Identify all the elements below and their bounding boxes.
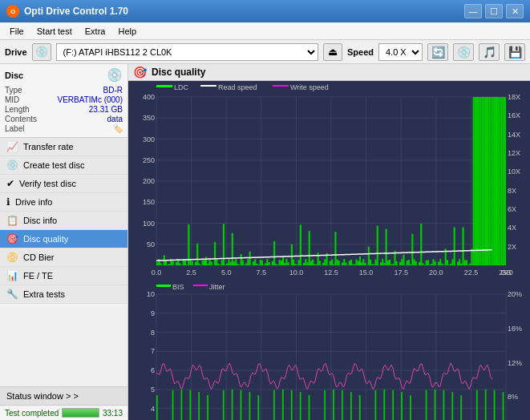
nav-cd-bier-label: CD Bier xyxy=(23,252,55,262)
status-text: Test completed xyxy=(5,409,59,418)
progress-bar xyxy=(62,408,99,418)
minimize-button[interactable]: — xyxy=(464,4,482,18)
cd-bier-icon: 📀 xyxy=(6,252,18,263)
charts-container xyxy=(128,81,530,420)
menu-help[interactable]: Help xyxy=(111,25,143,38)
eject-button[interactable]: ⏏ xyxy=(323,43,342,61)
ldc-chart xyxy=(128,81,530,281)
create-test-disc-icon: 💿 xyxy=(6,160,18,171)
disc-button[interactable]: 💿 xyxy=(453,43,474,61)
nav-cd-bier[interactable]: 📀 CD Bier xyxy=(0,248,127,267)
close-button[interactable]: ✕ xyxy=(506,4,524,18)
nav-disc-info-label: Disc info xyxy=(23,216,57,225)
disc-length-row: Length 23.31 GB xyxy=(5,105,123,114)
disc-type-value: BD-R xyxy=(103,86,123,95)
dq-header: 🎯 Disc quality xyxy=(128,64,530,81)
save-button[interactable]: 💾 xyxy=(504,43,525,61)
menu-extra[interactable]: Extra xyxy=(79,25,112,38)
nav-extra-tests-label: Extra tests xyxy=(23,289,65,299)
fe-te-icon: 📊 xyxy=(6,270,18,281)
nav-transfer-rate[interactable]: 📈 Transfer rate xyxy=(0,138,127,156)
extra-tests-icon: 🔧 xyxy=(6,289,18,300)
status-window-label: Status window > > xyxy=(6,391,79,401)
status-complete: Test completed 33:13 xyxy=(0,406,127,420)
app-title: Opti Drive Control 1.70 xyxy=(24,6,128,17)
title-bar: O Opti Drive Control 1.70 — ☐ ✕ xyxy=(0,0,530,22)
speed-select[interactable]: 4.0 X xyxy=(378,43,423,61)
drive-icon: 💿 xyxy=(32,43,51,61)
dq-icon: 🎯 xyxy=(133,66,147,79)
dq-title: Disc quality xyxy=(152,67,205,78)
rip-button[interactable]: 🎵 xyxy=(479,43,500,61)
nav-extra-tests[interactable]: 🔧 Extra tests xyxy=(0,285,127,304)
disc-mid-value: VERBATIMc (000) xyxy=(58,95,123,104)
disc-contents-value: data xyxy=(107,115,123,123)
disc-length-label: Length xyxy=(5,105,30,114)
main-layout: Disc 💿 Type BD-R MID VERBATIMc (000) Len… xyxy=(0,64,530,420)
speed-label: Speed xyxy=(347,47,374,57)
nav-fe-te[interactable]: 📊 FE / TE xyxy=(0,267,127,285)
nav-drive-info[interactable]: ℹ Drive info xyxy=(0,193,127,212)
disc-label-label: Label xyxy=(5,124,24,133)
disc-icon: 💿 xyxy=(107,67,123,83)
menu-start-test[interactable]: Start test xyxy=(30,25,79,38)
app-icon: O xyxy=(6,5,19,18)
disc-quality-icon: 🎯 xyxy=(6,233,18,244)
status-time: 33:13 xyxy=(103,409,123,418)
nav-disc-info[interactable]: 📋 Disc info xyxy=(0,212,127,230)
disc-mid-label: MID xyxy=(5,95,19,104)
nav-disc-quality-label: Disc quality xyxy=(23,234,68,244)
disc-label-icon: 🏷️ xyxy=(113,124,123,133)
nav-drive-info-label: Drive info xyxy=(15,197,52,207)
progress-fill xyxy=(63,409,99,417)
menu-bar: File Start test Extra Help xyxy=(0,22,530,40)
disc-label-row: Label 🏷️ xyxy=(5,124,123,133)
nav-items: 📈 Transfer rate 💿 Create test disc ✔ Ver… xyxy=(0,138,127,304)
nav-verify-test-disc[interactable]: ✔ Verify test disc xyxy=(0,175,127,193)
drive-label: Drive xyxy=(5,47,27,57)
status-window-button[interactable]: Status window > > xyxy=(0,387,127,406)
disc-info-icon: 📋 xyxy=(6,215,18,226)
nav-create-test-disc-label: Create test disc xyxy=(23,160,84,170)
maximize-button[interactable]: ☐ xyxy=(485,4,503,18)
nav-transfer-rate-label: Transfer rate xyxy=(23,142,74,151)
disc-length-value: 23.31 GB xyxy=(89,105,123,114)
nav-create-test-disc[interactable]: 💿 Create test disc xyxy=(0,156,127,175)
disc-type-label: Type xyxy=(5,86,22,95)
title-bar-left: O Opti Drive Control 1.70 xyxy=(6,5,128,18)
nav-verify-test-disc-label: Verify test disc xyxy=(19,179,76,188)
transfer-rate-icon: 📈 xyxy=(6,141,18,152)
disc-contents-row: Contents data xyxy=(5,115,123,123)
content-area: 🎯 Disc quality LDC BIS Jitter Speed 4.18… xyxy=(128,64,530,420)
disc-type-row: Type BD-R xyxy=(5,86,123,95)
nav-fe-te-label: FE / TE xyxy=(23,271,53,281)
drive-bar: Drive 💿 (F:) ATAPI iHBS112 2 CL0K ⏏ Spee… xyxy=(0,40,530,64)
disc-section: Disc 💿 Type BD-R MID VERBATIMc (000) Len… xyxy=(0,64,127,138)
title-bar-controls: — ☐ ✕ xyxy=(464,4,524,18)
drive-select[interactable]: (F:) ATAPI iHBS112 2 CL0K xyxy=(56,43,318,61)
verify-test-disc-icon: ✔ xyxy=(6,178,14,189)
disc-contents-label: Contents xyxy=(5,115,37,123)
disc-mid-row: MID VERBATIMc (000) xyxy=(5,95,123,104)
refresh-button[interactable]: 🔄 xyxy=(427,43,448,61)
nav-disc-quality[interactable]: 🎯 Disc quality xyxy=(0,230,127,248)
drive-info-icon: ℹ xyxy=(6,196,10,208)
bis-chart xyxy=(128,281,530,420)
menu-file[interactable]: File xyxy=(3,25,30,38)
disc-header: Disc 💿 xyxy=(5,67,123,83)
sidebar: Disc 💿 Type BD-R MID VERBATIMc (000) Len… xyxy=(0,64,128,420)
disc-title: Disc xyxy=(5,71,23,80)
sidebar-bottom: Status window > > Test completed 33:13 xyxy=(0,386,127,420)
